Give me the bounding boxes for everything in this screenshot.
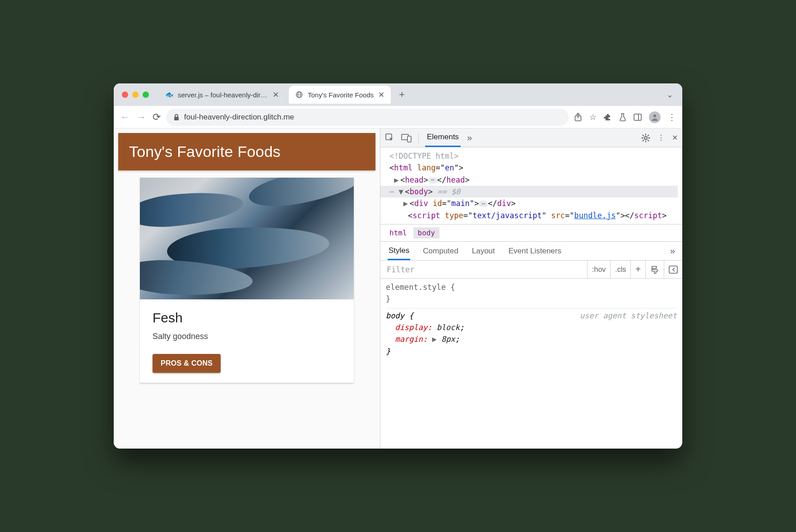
side-panel-icon[interactable] xyxy=(634,114,642,121)
back-button[interactable]: ← xyxy=(120,111,130,123)
device-toggle-icon[interactable] xyxy=(401,133,412,142)
hov-toggle[interactable]: :hov xyxy=(588,261,611,278)
card-image xyxy=(140,178,354,299)
pros-cons-button[interactable]: PROS & CONS xyxy=(153,354,221,373)
tab-inactive[interactable]: 🐟 server.js – foul-heavenly-direct ✕ xyxy=(159,86,285,104)
styles-filter-input[interactable]: Filter xyxy=(380,261,588,278)
svg-rect-5 xyxy=(634,114,641,120)
address-bar[interactable]: foul-heavenly-direction.glitch.me xyxy=(166,109,569,126)
settings-gear-icon[interactable] xyxy=(641,133,650,142)
ua-label: user agent stylesheet xyxy=(580,310,677,321)
fish-favicon-icon: 🐟 xyxy=(165,91,173,99)
close-window-button[interactable] xyxy=(122,92,128,98)
styles-pane[interactable]: element.style { } user agent stylesheet … xyxy=(380,279,682,449)
new-rule-button[interactable]: + xyxy=(631,261,646,278)
bookmark-star-icon[interactable]: ☆ xyxy=(589,112,597,122)
card-title: Fesh xyxy=(153,310,341,326)
svg-rect-3 xyxy=(174,117,179,120)
new-tab-button[interactable]: + xyxy=(394,89,409,101)
forward-button[interactable]: → xyxy=(136,111,146,123)
reload-button[interactable]: ⟳ xyxy=(153,111,161,123)
cls-toggle[interactable]: .cls xyxy=(611,261,631,278)
paint-icon[interactable] xyxy=(646,261,664,278)
overflow-menu-icon[interactable]: ⋮ xyxy=(668,112,676,122)
dom-doctype: <!DOCTYPE html> xyxy=(389,150,678,162)
close-tab-icon[interactable]: ✕ xyxy=(378,90,384,100)
elements-tab[interactable]: Elements xyxy=(425,129,461,147)
styles-tab-bar: Styles Computed Layout Event Listeners » xyxy=(380,242,682,261)
minimize-window-button[interactable] xyxy=(132,92,139,98)
computed-panel-icon[interactable] xyxy=(664,261,682,278)
tab-styles[interactable]: Styles xyxy=(388,242,410,260)
labs-icon[interactable] xyxy=(619,113,626,122)
devtools-menu-icon[interactable]: ⋮ xyxy=(657,133,665,142)
share-icon[interactable] xyxy=(574,113,582,122)
food-card: Fesh Salty goodness PROS & CONS xyxy=(140,178,354,383)
profile-avatar[interactable] xyxy=(649,111,661,123)
crumb-html[interactable]: html xyxy=(385,227,412,238)
maximize-window-button[interactable] xyxy=(143,92,149,98)
tab-event-listeners[interactable]: Event Listeners xyxy=(508,243,562,259)
tabs-overflow-button[interactable]: ⌄ xyxy=(663,90,677,100)
rendered-page: Tony's Favorite Foods Fesh Salty goodnes… xyxy=(114,128,380,449)
url-text: foul-heavenly-direction.glitch.me xyxy=(184,113,294,122)
svg-rect-10 xyxy=(407,136,411,142)
window-controls xyxy=(122,92,149,98)
dom-tree[interactable]: <!DOCTYPE html> <html lang="en"> ▶<head>… xyxy=(380,147,682,224)
close-tab-icon[interactable]: ✕ xyxy=(273,90,279,100)
close-devtools-icon[interactable]: ✕ xyxy=(672,133,678,142)
browser-toolbar: ← → ⟳ foul-heavenly-direction.glitch.me … xyxy=(114,106,682,128)
extensions-icon[interactable] xyxy=(604,113,612,121)
tab-computed[interactable]: Computed xyxy=(422,243,459,259)
crumb-body[interactable]: body xyxy=(413,227,440,238)
card-description: Salty goodness xyxy=(153,332,341,341)
devtools-panel: Elements » ⋮ ✕ <!DOCTYPE html> <html lan… xyxy=(380,128,682,449)
devtools-toolbar: Elements » ⋮ ✕ xyxy=(380,128,682,147)
tab-strip: 🐟 server.js – foul-heavenly-direct ✕ Ton… xyxy=(114,83,682,106)
tab-layout[interactable]: Layout xyxy=(471,243,496,259)
selected-dom-node[interactable]: ⋯ ▼<body> == $0 xyxy=(380,186,678,197)
tab-title: server.js – foul-heavenly-direct xyxy=(178,91,268,99)
more-tabs-icon[interactable]: » xyxy=(467,133,472,143)
svg-point-11 xyxy=(644,137,647,139)
styles-toolbar: Filter :hov .cls + xyxy=(380,261,682,279)
page-title: Tony's Favorite Foods xyxy=(118,133,375,170)
lock-icon xyxy=(173,114,180,121)
breadcrumb: html body xyxy=(380,224,682,242)
more-styles-tabs-icon[interactable]: » xyxy=(670,246,675,256)
globe-favicon-icon xyxy=(295,91,303,99)
tab-active[interactable]: Tony's Favorite Foods ✕ xyxy=(289,86,391,104)
browser-window: 🐟 server.js – foul-heavenly-direct ✕ Ton… xyxy=(114,83,682,449)
inspect-element-icon[interactable] xyxy=(385,133,395,143)
svg-point-7 xyxy=(653,114,656,117)
tab-title: Tony's Favorite Foods xyxy=(308,91,374,99)
